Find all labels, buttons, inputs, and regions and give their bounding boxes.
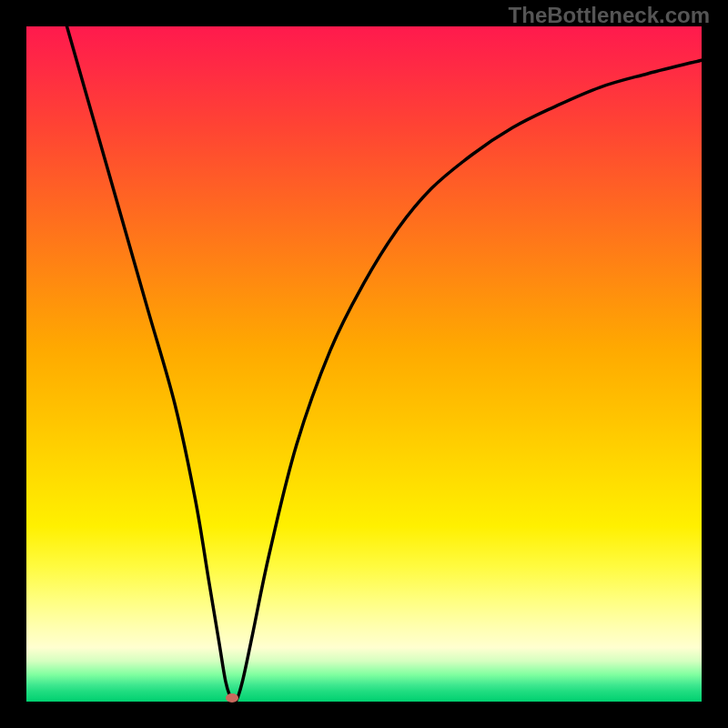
- curve-path: [67, 26, 702, 702]
- optimum-marker: [226, 693, 238, 703]
- curve-svg: [26, 26, 702, 702]
- chart-plot-area: [26, 26, 702, 702]
- watermark-text: TheBottleneck.com: [509, 3, 710, 28]
